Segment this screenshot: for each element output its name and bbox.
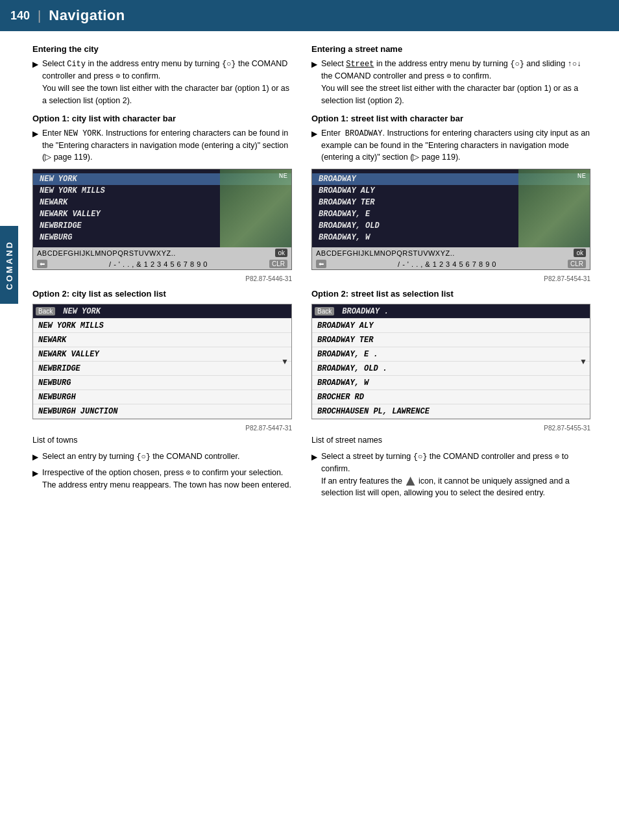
key-clr-2[interactable]: CLR	[568, 260, 586, 268]
sel-text-1-6: NEWBURG	[33, 377, 76, 389]
confirm-sym-r1: ⊙	[446, 72, 451, 81]
bullet-arrow-r3: ▶	[311, 451, 317, 499]
sel-text-2-7: BROCHER RD	[312, 391, 369, 403]
key-back-2[interactable]: ⬅	[316, 260, 326, 268]
car-map-overlay-1	[220, 169, 291, 247]
selection-screen-2: Back BROADWAY . BROADWAY ALY BROADWAY TE…	[311, 304, 590, 419]
sel-text-1-7: NEWBURGH	[33, 391, 81, 403]
option1-city-heading: Option 1: city list with character bar	[32, 114, 292, 123]
sel-text-2-2: BROADWAY ALY	[312, 320, 378, 332]
car-screen-2: NE BROADWAY BROADWAY ALY BROADWAY TER BR…	[311, 169, 590, 270]
sel-row-2-8: BROCHHAUSEN PL, LAWRENCE ▼	[312, 404, 590, 419]
sel-row-1-6: NEWBURG	[33, 376, 291, 390]
page-header: 140 | Navigation	[0, 0, 619, 31]
bullet-arrow-1: ▶	[32, 58, 38, 107]
sel-text-2-5: BROADWAY, OLD .	[312, 363, 393, 375]
select-street-bullet: ▶ Select a street by turning {○} the COM…	[311, 451, 590, 499]
option1-street-text: Enter BROADWAY. Instructions for enterin…	[321, 127, 590, 164]
sel-text-2-6: BROADWAY, W	[312, 377, 374, 389]
controller-symbol-1: {○}	[222, 60, 236, 69]
confirm-sym-r2: ⊙	[555, 452, 559, 462]
sel-text-1-8: NEWBURGH JUNCTION	[33, 406, 123, 417]
irrespective-bullet: ▶ Irrespective of the option chosen, pre…	[32, 467, 292, 491]
keyboard-bar2-1: ⬅ / - ' . . , & 1 2 3 4 5 6 7 8 9 0 CLR	[33, 258, 291, 269]
keyboard-letters-1: ABCDEFGHIJKLMNOPQRSTUVWXYZ..	[37, 249, 176, 257]
bullet-arrow-r1: ▶	[311, 58, 317, 107]
screen-caption-2: P82.87-5454-31	[311, 275, 590, 282]
left-column: Entering the city ▶ Select City in the a…	[32, 44, 305, 503]
controller-sym-r1: {○}	[510, 60, 524, 69]
option1-street-heading: Option 1: street list with character bar	[311, 114, 590, 123]
bullet-arrow-4: ▶	[32, 467, 38, 491]
entering-street-text: Select Street in the address entry menu …	[321, 58, 590, 107]
entering-street-heading: Entering a street name	[311, 44, 590, 54]
sel-row-1-4: NEWARK VALLEY	[33, 347, 291, 362]
select-street-text: Select a street by turning {○} the COMAN…	[321, 451, 590, 499]
select-entry-text: Select an entry by turning {○} the COMAN…	[42, 451, 292, 463]
slide-sym: ↑○↓	[568, 60, 582, 69]
car-map-label-1: NE	[279, 172, 287, 180]
sel-row-2-7: BROCHER RD	[312, 390, 590, 404]
keyboard-nums-2: / - ' . . , & 1 2 3 4 5 6 7 8 9 0	[398, 260, 496, 268]
sel-row-2-6: BROADWAY, W	[312, 376, 590, 390]
bullet-arrow-r2: ▶	[311, 128, 317, 164]
sel-row-1-8: NEWBURGH JUNCTION ▼	[33, 404, 291, 419]
selection-screen-1: Back NEW YORK NEW YORK MILLS NEWARK NEWA…	[32, 304, 292, 419]
key-back-1[interactable]: ⬅	[37, 260, 47, 268]
sel-back-btn-1[interactable]: Back	[36, 307, 55, 315]
controller-sym-2: {○}	[136, 452, 151, 462]
screen-caption-1: P82.87-5446-31	[32, 275, 292, 282]
sel-text-1-3: NEWARK	[33, 334, 71, 346]
keyboard-bar2-2: ⬅ / - ' . . , & 1 2 3 4 5 6 7 8 9 0 CLR	[312, 258, 590, 269]
sel-row-1-3: NEWARK	[33, 333, 291, 347]
code-city: City	[67, 60, 86, 69]
scroll-arrow-2: ▼	[579, 357, 587, 366]
confirm-symbol-1: ⊙	[115, 72, 120, 81]
option2-street-heading: Option 2: street list as selection list	[311, 289, 590, 299]
sel-row-2-5: BROADWAY, OLD .	[312, 362, 590, 376]
sel-row-2-4: BROADWAY, E .	[312, 347, 590, 362]
sel-text-1-1: NEW YORK	[58, 306, 106, 317]
option1-city-bullet: ▶ Enter NEW YORK. Instructions for enter…	[32, 127, 292, 164]
entering-city-heading: Entering the city	[32, 44, 292, 54]
bullet-arrow-2: ▶	[32, 128, 38, 164]
car-map-overlay-2	[518, 169, 590, 247]
option2-city-heading: Option 2: city list as selection list	[32, 289, 292, 299]
sel-row-1-2: NEW YORK MILLS	[33, 319, 291, 333]
car-screen-2-inner: NE BROADWAY BROADWAY ALY BROADWAY TER BR…	[312, 169, 590, 247]
entering-city-bullet1-text: Select City in the address entry menu by…	[42, 58, 292, 107]
entering-street-bullet1: ▶ Select Street in the address entry men…	[311, 58, 590, 107]
page-title: Navigation	[49, 7, 125, 24]
option1-city-text: Enter NEW YORK. Instructions for enterin…	[42, 127, 292, 164]
car-screen-1-inner: NE NEW YORK NEW YORK MILLS NEWARK NEWARK…	[33, 169, 291, 247]
sel-text-2-4: BROADWAY, E .	[312, 349, 383, 360]
sel-row-2-2: BROADWAY ALY	[312, 319, 590, 333]
key-ok-2[interactable]: ok	[574, 249, 586, 257]
sel-row-2-3: BROADWAY TER	[312, 333, 590, 347]
sel-text-2-8: BROCHHAUSEN PL, LAWRENCE	[312, 406, 435, 417]
sel-row-1-7: NEWBURGH	[33, 390, 291, 404]
car-screen-1: NE NEW YORK NEW YORK MILLS NEWARK NEWARK…	[32, 169, 292, 270]
key-clr-1[interactable]: CLR	[269, 260, 287, 268]
entering-city-bullet1: ▶ Select City in the address entry menu …	[32, 58, 292, 107]
right-column: Entering a street name ▶ Select Street i…	[305, 44, 590, 503]
screen-caption-sel-2: P82.87-5455-31	[311, 425, 590, 432]
car-map-label-2: NE	[577, 172, 586, 180]
irrespective-text: Irrespective of the option chosen, press…	[42, 467, 292, 491]
key-ok-1[interactable]: ok	[275, 249, 287, 257]
triangle-icon	[406, 476, 415, 486]
sel-text-1-2: NEW YORK MILLS	[33, 320, 109, 332]
sel-back-btn-2[interactable]: Back	[315, 307, 334, 315]
controller-sym-r2: {○}	[413, 452, 428, 462]
code-newyork: NEW YORK	[64, 129, 101, 138]
list-of-towns-label: List of towns	[32, 434, 292, 447]
entering-city-note: You will see the town list either with t…	[42, 84, 289, 105]
sel-text-1-4: NEWARK VALLEY	[33, 349, 104, 360]
sel-row-2-1: Back BROADWAY .	[312, 304, 590, 319]
keyboard-nums-1: / - ' . . , & 1 2 3 4 5 6 7 8 9 0	[109, 260, 208, 268]
sel-row-1-1: Back NEW YORK	[33, 304, 291, 319]
code-street: Street	[346, 60, 374, 69]
sel-row-1-5: NEWBRIDGE	[33, 362, 291, 376]
page-number: 140	[10, 9, 30, 23]
confirm-sym-2: ⊙	[186, 469, 191, 478]
